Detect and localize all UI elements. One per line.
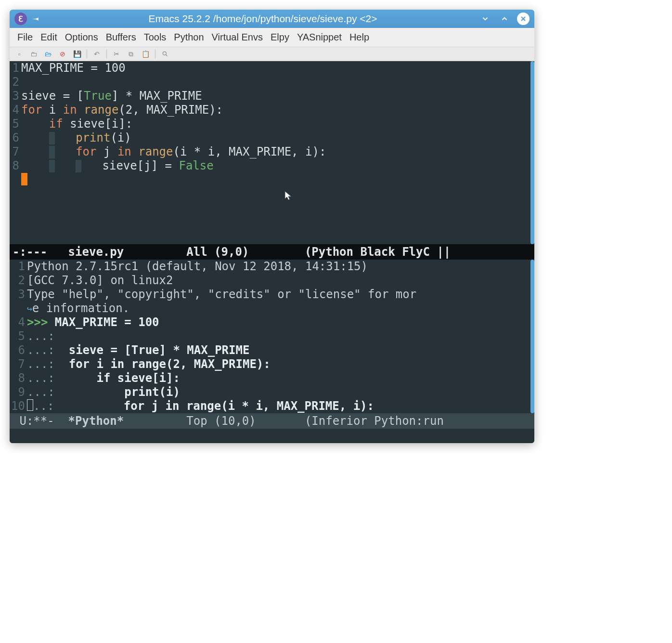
menu-edit[interactable]: Edit — [38, 31, 60, 44]
repl-cursor — [27, 399, 33, 411]
modeline-modes: (Inferior Python:run — [305, 414, 451, 428]
close-icon[interactable]: ⊘ — [58, 49, 67, 59]
separator — [106, 50, 107, 58]
svg-line-3 — [166, 55, 168, 56]
repl-line[interactable]: ..: for j in range(i * i, MAX_PRIME, i): — [27, 399, 530, 413]
line-gutter: 12345678 — [10, 61, 21, 244]
separator — [87, 50, 87, 58]
new-file-icon[interactable]: ▫ — [14, 49, 24, 59]
menu-buffers[interactable]: Buffers — [103, 31, 139, 44]
modeline-source[interactable]: -:--- sieve.py All (9,0) (Python Black F… — [10, 244, 534, 260]
text-cursor — [21, 173, 27, 185]
close-button[interactable] — [517, 13, 530, 25]
separator — [155, 50, 155, 58]
titlebar[interactable]: ℇ Emacs 25.2.2 /home/jon/python/sieve/si… — [10, 10, 534, 28]
code-line[interactable]: if sieve[i]: — [21, 117, 530, 131]
repl-line[interactable]: Type "help", "copyright", "credits" or "… — [27, 288, 530, 302]
modeline-position: Top (10,0) — [124, 414, 305, 428]
repl-line[interactable]: ...: print(i) — [27, 385, 530, 399]
code-line[interactable] — [21, 75, 530, 89]
code-line[interactable]: sieve = [True] * MAX_PRIME — [21, 89, 530, 103]
editor-area: 12345678 MAX_PRIME = 100sieve = [True] *… — [10, 61, 534, 443]
modeline-buffer: *Python* — [68, 414, 124, 428]
menu-tools[interactable]: Tools — [141, 31, 169, 44]
code-line[interactable]: MAX_PRIME = 100 — [21, 61, 530, 75]
repl-line[interactable]: ...: for i in range(2, MAX_PRIME): — [27, 357, 530, 371]
emacs-icon: ℇ — [14, 13, 27, 25]
minimize-button[interactable] — [478, 12, 492, 26]
modeline-modes: (Python Black FlyC || — [305, 245, 451, 259]
modeline-repl[interactable]: U:**- *Python* Top (10,0) (Inferior Pyth… — [10, 413, 534, 429]
modeline-buffer: sieve.py — [68, 245, 124, 259]
search-icon[interactable] — [160, 49, 170, 59]
code-line[interactable]: for i in range(2, MAX_PRIME): — [21, 103, 530, 117]
toolbar: ▫ 🗀 🗁 ⊘ 💾 ↶ ✂ ⧉ 📋 — [10, 47, 534, 61]
modeline-left: U:**- — [13, 414, 68, 428]
open-dir-icon[interactable]: 🗀 — [29, 49, 39, 59]
menu-options[interactable]: Options — [62, 31, 101, 44]
repl-line[interactable]: ...: if sieve[i]: — [27, 371, 530, 385]
source-pane[interactable]: 12345678 MAX_PRIME = 100sieve = [True] *… — [10, 61, 534, 244]
window-title: Emacs 25.2.2 /home/jon/python/sieve/siev… — [47, 13, 478, 25]
menu-file[interactable]: File — [14, 31, 36, 44]
repl-line[interactable]: [GCC 7.3.0] on linux2 — [27, 274, 530, 288]
maximize-button[interactable] — [498, 12, 511, 26]
undo-icon[interactable]: ↶ — [92, 49, 102, 59]
scrollbar[interactable] — [530, 260, 534, 413]
minibuffer[interactable] — [10, 429, 534, 443]
repl-line[interactable]: >>> MAX_PRIME = 100 — [27, 315, 530, 329]
cut-icon[interactable]: ✂ — [112, 49, 121, 59]
source-code[interactable]: MAX_PRIME = 100sieve = [True] * MAX_PRIM… — [21, 61, 534, 244]
save-icon[interactable]: 💾 — [72, 49, 82, 59]
repl-line[interactable]: Python 2.7.15rc1 (default, Nov 12 2018, … — [27, 260, 530, 274]
code-line[interactable]: print(i) — [21, 131, 530, 145]
modeline-position: All (9,0) — [124, 245, 305, 259]
svg-point-2 — [163, 52, 166, 55]
copy-icon[interactable]: ⧉ — [126, 49, 136, 59]
line-gutter: 123 45678910 — [10, 260, 27, 413]
menu-yasnippet[interactable]: YASnippet — [294, 31, 345, 44]
repl-line[interactable]: ...: — [27, 329, 530, 343]
repl-pane[interactable]: 123 45678910 Python 2.7.15rc1 (default, … — [10, 260, 534, 413]
repl-output[interactable]: Python 2.7.15rc1 (default, Nov 12 2018, … — [27, 260, 534, 413]
open-file-icon[interactable]: 🗁 — [43, 49, 53, 59]
paste-icon[interactable]: 📋 — [141, 49, 150, 59]
menu-elpy[interactable]: Elpy — [268, 31, 292, 44]
scrollbar[interactable] — [530, 61, 534, 244]
pin-icon[interactable] — [31, 13, 41, 24]
menu-python[interactable]: Python — [171, 31, 207, 44]
repl-line[interactable]: ↪e information. — [27, 302, 530, 315]
menubar: FileEditOptionsBuffersToolsPythonVirtual… — [10, 28, 534, 47]
repl-line[interactable]: ...: sieve = [True] * MAX_PRIME — [27, 343, 530, 357]
modeline-left: -:--- — [13, 245, 68, 259]
window-controls — [478, 12, 530, 26]
code-line[interactable]: for j in range(i * i, MAX_PRIME, i): — [21, 145, 530, 159]
menu-virtual-envs[interactable]: Virtual Envs — [209, 31, 266, 44]
code-line[interactable]: sieve[j] = False — [21, 159, 530, 173]
menu-help[interactable]: Help — [347, 31, 372, 44]
emacs-window: ℇ Emacs 25.2.2 /home/jon/python/sieve/si… — [10, 10, 534, 443]
